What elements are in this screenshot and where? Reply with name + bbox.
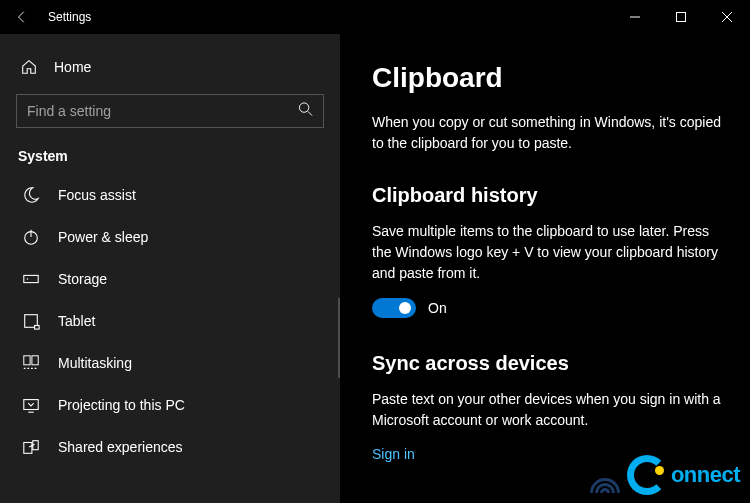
svg-point-7 [27,278,28,279]
home-label: Home [54,59,91,75]
history-toggle-label: On [428,300,447,316]
settings-window: Settings Home [0,0,750,503]
svg-rect-6 [24,275,38,282]
page-intro: When you copy or cut something in Window… [372,112,724,154]
svg-rect-15 [24,443,32,454]
close-icon [722,12,732,22]
svg-rect-11 [32,356,38,365]
svg-rect-13 [24,400,38,410]
svg-point-2 [299,103,308,112]
sidebar-item-tablet[interactable]: Tablet [0,300,340,342]
sidebar-item-shared-experiences[interactable]: Shared experiences [0,426,340,468]
sidebar-category: System [0,140,340,174]
close-button[interactable] [704,1,750,33]
home-nav[interactable]: Home [0,48,340,86]
sync-section-title: Sync across devices [372,352,724,375]
minimize-icon [630,12,640,22]
svg-rect-1 [677,13,686,22]
search-container [0,86,340,140]
back-button[interactable] [14,9,30,25]
multitask-icon [22,354,40,372]
search-box[interactable] [16,94,324,128]
storage-icon [22,270,40,288]
sidebar-scrollbar[interactable] [338,298,340,378]
power-icon [22,228,40,246]
home-icon [20,58,38,76]
history-section-title: Clipboard history [372,184,724,207]
toggle-knob [399,302,411,314]
sidebar-item-label: Shared experiences [58,439,183,455]
svg-line-3 [308,111,312,115]
sidebar-item-label: Projecting to this PC [58,397,185,413]
sidebar-item-power-sleep[interactable]: Power & sleep [0,216,340,258]
search-icon [298,102,313,121]
sidebar-item-label: Multitasking [58,355,132,371]
tablet-icon [22,312,40,330]
page-title: Clipboard [372,62,724,94]
maximize-button[interactable] [658,1,704,33]
sidebar-item-label: Tablet [58,313,95,329]
titlebar: Settings [0,0,750,34]
main-panel: Clipboard When you copy or cut something… [340,34,750,503]
sidebar-item-label: Storage [58,271,107,287]
back-arrow-icon [15,10,29,24]
shared-icon [22,438,40,456]
moon-icon [22,186,40,204]
sidebar-item-multitasking[interactable]: Multitasking [0,342,340,384]
sign-in-link[interactable]: Sign in [372,446,415,462]
history-toggle-row: On [372,298,724,318]
sidebar-item-label: Focus assist [58,187,136,203]
search-input[interactable] [27,103,313,119]
svg-rect-10 [24,356,30,365]
history-section-desc: Save multiple items to the clipboard to … [372,221,724,284]
sync-section-desc: Paste text on your other devices when yo… [372,389,724,431]
projecting-icon [22,396,40,414]
nav-list: Focus assist Power & sleep Storage [0,174,340,468]
minimize-button[interactable] [612,1,658,33]
maximize-icon [676,12,686,22]
sidebar-item-focus-assist[interactable]: Focus assist [0,174,340,216]
content-area: Home System [0,34,750,503]
svg-rect-9 [35,326,40,330]
window-controls [612,1,750,33]
sidebar-item-projecting[interactable]: Projecting to this PC [0,384,340,426]
sidebar: Home System [0,34,340,503]
sidebar-item-storage[interactable]: Storage [0,258,340,300]
sidebar-item-label: Power & sleep [58,229,148,245]
history-toggle[interactable] [372,298,416,318]
window-title: Settings [48,10,91,24]
